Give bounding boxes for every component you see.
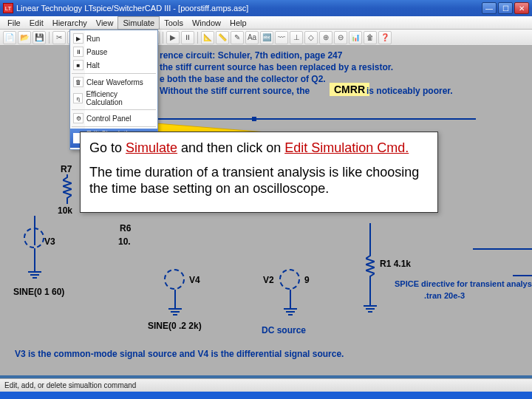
run-icon: ▶ xyxy=(73,33,83,44)
menubar: File Edit Hierarchy View Simulate Tools … xyxy=(0,16,532,30)
trash-icon: 🗑 xyxy=(73,77,83,87)
pause-icon: ⏸ xyxy=(73,47,83,57)
window-title: Linear Technology LTspice/SwitcherCAD II… xyxy=(16,4,248,13)
tool-plot[interactable]: 📊 xyxy=(349,31,362,44)
tool-save[interactable]: 💾 xyxy=(33,31,46,44)
schem-comment-3: e both the base and the collector of Q2. xyxy=(160,74,326,84)
explain-line1: Go to Simulate and then click on Edit Si… xyxy=(89,140,429,157)
status-text: Edit, add, or delete simualtion command xyxy=(4,381,136,389)
menu-help[interactable]: Help xyxy=(225,17,251,29)
tool-text[interactable]: Aa xyxy=(245,31,259,44)
source-V2-symbol[interactable] xyxy=(279,269,300,290)
tool-open[interactable]: 📂 xyxy=(18,31,31,44)
spice-directive-cmd: .tran 20e-3 xyxy=(424,291,465,300)
resistor-R7[interactable] xyxy=(63,174,72,204)
halt-icon: ■ xyxy=(73,60,83,70)
eta-icon: η xyxy=(73,93,83,103)
taskbar-strip xyxy=(0,392,532,399)
gear-icon: ⚙ xyxy=(73,113,83,123)
close-button[interactable]: ✕ xyxy=(514,2,529,14)
tool-ruler[interactable]: 📐 xyxy=(201,31,214,44)
explain-line2: The time duration of a transient analysi… xyxy=(89,164,429,197)
menu-separator xyxy=(72,73,156,74)
menuitem-pause[interactable]: ⏸Pause xyxy=(70,45,157,58)
app-icon: LT xyxy=(3,3,13,13)
tool-label[interactable]: 🔤 xyxy=(260,31,273,44)
label-sine2: SINE(0 .2 2k) xyxy=(148,321,202,331)
label-V3: V3 xyxy=(44,236,55,247)
menu-file[interactable]: File xyxy=(3,17,25,29)
wire xyxy=(473,248,532,250)
toolbar-sep xyxy=(163,32,163,44)
explanation-tooltip: Go to Simulate and then click on Edit Si… xyxy=(80,132,438,213)
source-V3-symbol[interactable] xyxy=(24,228,44,248)
schem-comment-4b: is noticeably poorer. xyxy=(366,86,453,96)
label-R6-val: 10. xyxy=(118,236,131,247)
ground-symbol[interactable] xyxy=(283,306,298,316)
label-dcsource: DC source xyxy=(262,325,306,335)
label-R1: R1 4.1k xyxy=(380,259,411,269)
tool-remove[interactable]: ⊖ xyxy=(334,31,347,44)
menuitem-clearwaves[interactable]: 🗑Clear Waveforms xyxy=(70,75,157,89)
tool-ground[interactable]: ⊥ xyxy=(290,31,303,44)
menu-simulate[interactable]: Simulate xyxy=(117,16,160,30)
tool-add[interactable]: ⊕ xyxy=(319,31,332,44)
keyword-editsimcmd: Edit Simulation Cmd. xyxy=(284,140,409,155)
menu-tools[interactable]: Tools xyxy=(160,17,188,29)
cmrr-highlight: CMRR xyxy=(330,83,369,96)
menuitem-halt[interactable]: ■Halt xyxy=(70,58,157,72)
schem-comment-2: the stiff current source has been replac… xyxy=(160,62,393,72)
minimize-button[interactable]: — xyxy=(482,2,497,14)
label-R7: R7 xyxy=(61,164,72,174)
wire xyxy=(174,290,176,307)
label-V4: V4 xyxy=(189,275,200,285)
wire xyxy=(369,282,371,304)
maximize-button[interactable]: ☐ xyxy=(498,2,513,14)
window-titlebar: LT Linear Technology LTspice/SwitcherCAD… xyxy=(0,0,532,16)
menu-separator xyxy=(72,109,156,110)
menu-separator xyxy=(72,126,156,127)
menu-view[interactable]: View xyxy=(92,17,118,29)
tool-comp[interactable]: ◇ xyxy=(304,31,318,44)
toolbar-sep xyxy=(49,32,50,44)
menuitem-controlpanel[interactable]: ⚙Control Panel xyxy=(70,112,157,125)
tool-draw[interactable]: ✎ xyxy=(231,31,244,44)
schem-comment-1: rence circuit: Schuler, 7th edition, pag… xyxy=(160,50,342,61)
ground-symbol[interactable] xyxy=(168,306,183,316)
tool-wire[interactable]: 〰 xyxy=(275,31,288,44)
tool-cut[interactable]: ✂ xyxy=(52,31,66,44)
tool-help[interactable]: ❓ xyxy=(378,31,392,44)
statusbar: Edit, add, or delete simualtion command xyxy=(0,378,532,392)
label-V2: V2 xyxy=(263,275,274,285)
label-R7-val: 10k xyxy=(58,205,72,216)
menu-edit[interactable]: Edit xyxy=(25,17,48,29)
menuitem-run[interactable]: ▶Run xyxy=(70,32,157,45)
wire xyxy=(369,223,371,253)
tool-delete[interactable]: 🗑 xyxy=(364,31,377,44)
bottom-note: V3 is the common-mode signal source and … xyxy=(15,349,344,359)
toolbar-sep xyxy=(197,32,198,44)
tool-pause[interactable]: ⏸ xyxy=(181,31,194,44)
ground-symbol[interactable] xyxy=(363,303,378,313)
label-sine1: SINE(0 1 60) xyxy=(13,287,64,297)
keyword-simulate: Simulate xyxy=(126,140,177,155)
tool-run[interactable]: ▶ xyxy=(166,31,180,44)
wire xyxy=(254,118,476,120)
resistor-R1[interactable] xyxy=(366,253,375,282)
menuitem-efficiency[interactable]: ηEfficiency Calculation xyxy=(70,89,157,108)
window-controls: — ☐ ✕ xyxy=(482,2,529,14)
menu-window[interactable]: Window xyxy=(188,17,225,29)
spice-directive-label: SPICE directive for transient analysis xyxy=(395,279,532,288)
source-V4-symbol[interactable] xyxy=(164,269,185,290)
tool-new[interactable]: 📄 xyxy=(3,31,16,44)
wire xyxy=(513,275,532,276)
tool-measure[interactable]: 📏 xyxy=(216,31,229,44)
menu-hierarchy[interactable]: Hierarchy xyxy=(48,17,92,29)
label-R6: R6 xyxy=(120,223,131,233)
label-V2-val: 9 xyxy=(304,275,310,285)
wire xyxy=(290,290,291,307)
ground-symbol[interactable] xyxy=(27,269,42,279)
wire xyxy=(34,248,35,270)
schem-comment-4a: Without the stiff current source, the xyxy=(160,86,310,96)
